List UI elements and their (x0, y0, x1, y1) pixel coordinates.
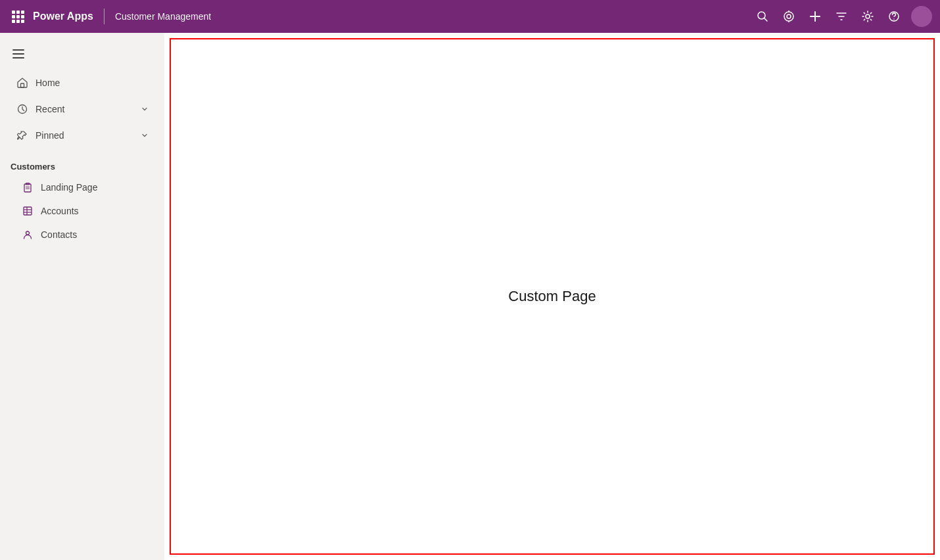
sidebar-item-home-label: Home (35, 78, 149, 88)
help-button[interactable] (882, 5, 906, 28)
sidebar-item-recent-label: Recent (35, 104, 141, 114)
pin-icon (16, 129, 29, 142)
clock-icon (16, 103, 29, 116)
table-icon (21, 204, 34, 218)
sidebar-item-home[interactable]: Home (5, 71, 159, 95)
svg-rect-13 (24, 184, 31, 192)
sidebar-item-contacts-label: Contacts (41, 229, 77, 240)
recent-chevron-icon (141, 105, 149, 113)
sidebar-item-pinned[interactable]: Pinned (5, 124, 159, 147)
person-icon (21, 228, 34, 241)
sidebar-item-contacts[interactable]: Contacts (5, 223, 159, 246)
settings-button[interactable] (856, 5, 880, 28)
sidebar-hamburger-button[interactable] (5, 41, 32, 67)
main-area: Home Recent Pinn (0, 33, 940, 560)
user-avatar[interactable] (911, 6, 932, 27)
clipboard-icon (21, 181, 34, 194)
topbar-icon-group (751, 5, 932, 28)
hamburger-line-1 (12, 49, 24, 51)
svg-rect-11 (21, 83, 24, 87)
filter-button[interactable] (830, 5, 853, 28)
hamburger-line-3 (12, 57, 24, 58)
sidebar-section-customers: Customers (0, 154, 164, 175)
topbar-divider (104, 9, 105, 24)
svg-point-8 (866, 14, 870, 18)
sidebar-item-accounts[interactable]: Accounts (5, 200, 159, 222)
target-button[interactable] (777, 5, 801, 28)
hamburger-line-2 (12, 53, 24, 55)
app-logo-label: Power Apps (33, 11, 93, 22)
waffle-menu-button[interactable] (8, 7, 28, 26)
svg-rect-17 (24, 207, 32, 215)
svg-point-2 (784, 12, 793, 21)
pinned-chevron-icon (141, 131, 149, 139)
custom-page-label: Custom Page (508, 288, 596, 305)
search-button[interactable] (751, 5, 774, 28)
svg-point-21 (26, 231, 30, 235)
svg-line-1 (764, 18, 768, 22)
content-area: Custom Page (164, 33, 940, 560)
topbar-page-title: Customer Management (115, 11, 751, 22)
sidebar-item-accounts-label: Accounts (41, 206, 79, 216)
home-icon (16, 76, 29, 89)
sidebar-item-landing-page[interactable]: Landing Page (5, 176, 159, 198)
sidebar-item-pinned-label: Pinned (35, 130, 141, 141)
svg-point-3 (787, 14, 791, 18)
svg-point-10 (893, 18, 895, 20)
topbar: Power Apps Customer Management (0, 0, 940, 33)
sidebar-item-recent[interactable]: Recent (5, 97, 159, 121)
sidebar-item-landing-page-label: Landing Page (41, 182, 97, 193)
sidebar: Home Recent Pinn (0, 33, 164, 560)
add-button[interactable] (803, 5, 827, 28)
content-border: Custom Page (170, 38, 935, 555)
